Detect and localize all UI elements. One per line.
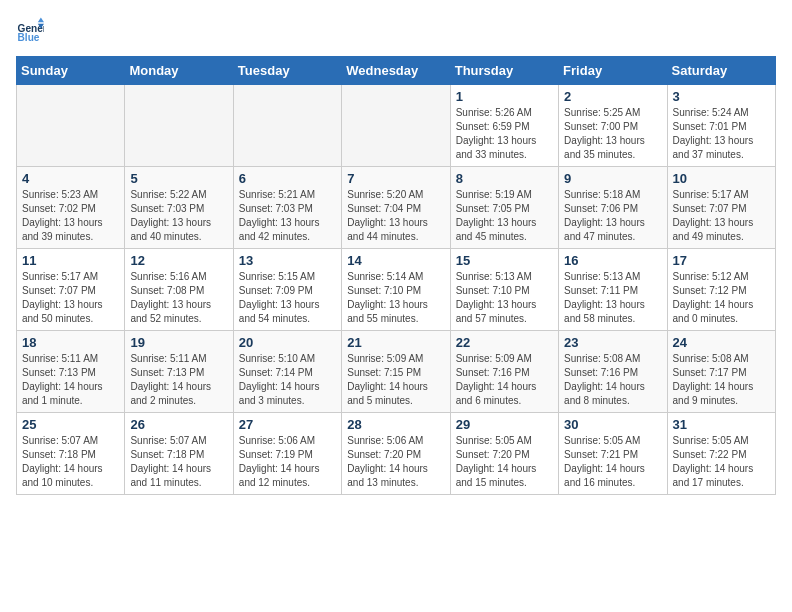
logo-icon: General Blue [16, 16, 44, 44]
calendar-table: SundayMondayTuesdayWednesdayThursdayFrid… [16, 56, 776, 495]
day-number: 24 [673, 335, 770, 350]
calendar-day-cell: 16Sunrise: 5:13 AM Sunset: 7:11 PM Dayli… [559, 249, 667, 331]
calendar-day-cell: 20Sunrise: 5:10 AM Sunset: 7:14 PM Dayli… [233, 331, 341, 413]
calendar-day-cell: 13Sunrise: 5:15 AM Sunset: 7:09 PM Dayli… [233, 249, 341, 331]
weekday-header: Thursday [450, 57, 558, 85]
day-info: Sunrise: 5:20 AM Sunset: 7:04 PM Dayligh… [347, 188, 444, 244]
day-info: Sunrise: 5:24 AM Sunset: 7:01 PM Dayligh… [673, 106, 770, 162]
day-info: Sunrise: 5:15 AM Sunset: 7:09 PM Dayligh… [239, 270, 336, 326]
calendar-week-row: 25Sunrise: 5:07 AM Sunset: 7:18 PM Dayli… [17, 413, 776, 495]
day-info: Sunrise: 5:09 AM Sunset: 7:16 PM Dayligh… [456, 352, 553, 408]
calendar-day-cell: 15Sunrise: 5:13 AM Sunset: 7:10 PM Dayli… [450, 249, 558, 331]
day-info: Sunrise: 5:19 AM Sunset: 7:05 PM Dayligh… [456, 188, 553, 244]
day-info: Sunrise: 5:07 AM Sunset: 7:18 PM Dayligh… [130, 434, 227, 490]
calendar-day-cell: 11Sunrise: 5:17 AM Sunset: 7:07 PM Dayli… [17, 249, 125, 331]
calendar-day-cell: 12Sunrise: 5:16 AM Sunset: 7:08 PM Dayli… [125, 249, 233, 331]
day-number: 14 [347, 253, 444, 268]
day-info: Sunrise: 5:08 AM Sunset: 7:17 PM Dayligh… [673, 352, 770, 408]
calendar-day-cell: 1Sunrise: 5:26 AM Sunset: 6:59 PM Daylig… [450, 85, 558, 167]
calendar-day-cell: 7Sunrise: 5:20 AM Sunset: 7:04 PM Daylig… [342, 167, 450, 249]
calendar-week-row: 18Sunrise: 5:11 AM Sunset: 7:13 PM Dayli… [17, 331, 776, 413]
day-info: Sunrise: 5:05 AM Sunset: 7:21 PM Dayligh… [564, 434, 661, 490]
day-info: Sunrise: 5:22 AM Sunset: 7:03 PM Dayligh… [130, 188, 227, 244]
day-info: Sunrise: 5:23 AM Sunset: 7:02 PM Dayligh… [22, 188, 119, 244]
calendar-day-cell: 8Sunrise: 5:19 AM Sunset: 7:05 PM Daylig… [450, 167, 558, 249]
day-info: Sunrise: 5:09 AM Sunset: 7:15 PM Dayligh… [347, 352, 444, 408]
day-info: Sunrise: 5:18 AM Sunset: 7:06 PM Dayligh… [564, 188, 661, 244]
day-number: 26 [130, 417, 227, 432]
day-number: 8 [456, 171, 553, 186]
weekday-header: Saturday [667, 57, 775, 85]
day-info: Sunrise: 5:21 AM Sunset: 7:03 PM Dayligh… [239, 188, 336, 244]
day-number: 9 [564, 171, 661, 186]
day-number: 13 [239, 253, 336, 268]
calendar-day-cell: 5Sunrise: 5:22 AM Sunset: 7:03 PM Daylig… [125, 167, 233, 249]
day-number: 31 [673, 417, 770, 432]
calendar-day-cell: 17Sunrise: 5:12 AM Sunset: 7:12 PM Dayli… [667, 249, 775, 331]
calendar-day-cell: 30Sunrise: 5:05 AM Sunset: 7:21 PM Dayli… [559, 413, 667, 495]
day-number: 25 [22, 417, 119, 432]
calendar-day-cell [342, 85, 450, 167]
logo: General Blue [16, 16, 48, 44]
day-number: 3 [673, 89, 770, 104]
calendar-week-row: 1Sunrise: 5:26 AM Sunset: 6:59 PM Daylig… [17, 85, 776, 167]
weekday-header: Friday [559, 57, 667, 85]
calendar-day-cell [125, 85, 233, 167]
day-info: Sunrise: 5:13 AM Sunset: 7:10 PM Dayligh… [456, 270, 553, 326]
calendar-day-cell: 6Sunrise: 5:21 AM Sunset: 7:03 PM Daylig… [233, 167, 341, 249]
day-number: 22 [456, 335, 553, 350]
svg-marker-2 [38, 18, 44, 23]
day-info: Sunrise: 5:25 AM Sunset: 7:00 PM Dayligh… [564, 106, 661, 162]
day-number: 27 [239, 417, 336, 432]
calendar-day-cell: 3Sunrise: 5:24 AM Sunset: 7:01 PM Daylig… [667, 85, 775, 167]
calendar-day-cell: 31Sunrise: 5:05 AM Sunset: 7:22 PM Dayli… [667, 413, 775, 495]
day-number: 15 [456, 253, 553, 268]
day-info: Sunrise: 5:17 AM Sunset: 7:07 PM Dayligh… [22, 270, 119, 326]
day-number: 17 [673, 253, 770, 268]
day-number: 4 [22, 171, 119, 186]
day-number: 11 [22, 253, 119, 268]
calendar-day-cell: 22Sunrise: 5:09 AM Sunset: 7:16 PM Dayli… [450, 331, 558, 413]
day-info: Sunrise: 5:05 AM Sunset: 7:22 PM Dayligh… [673, 434, 770, 490]
day-info: Sunrise: 5:08 AM Sunset: 7:16 PM Dayligh… [564, 352, 661, 408]
calendar-day-cell: 28Sunrise: 5:06 AM Sunset: 7:20 PM Dayli… [342, 413, 450, 495]
svg-text:Blue: Blue [18, 32, 40, 43]
day-info: Sunrise: 5:11 AM Sunset: 7:13 PM Dayligh… [22, 352, 119, 408]
weekday-header: Tuesday [233, 57, 341, 85]
calendar-day-cell [233, 85, 341, 167]
calendar-day-cell: 29Sunrise: 5:05 AM Sunset: 7:20 PM Dayli… [450, 413, 558, 495]
day-number: 16 [564, 253, 661, 268]
calendar-day-cell: 2Sunrise: 5:25 AM Sunset: 7:00 PM Daylig… [559, 85, 667, 167]
day-number: 2 [564, 89, 661, 104]
calendar-day-cell: 23Sunrise: 5:08 AM Sunset: 7:16 PM Dayli… [559, 331, 667, 413]
day-number: 28 [347, 417, 444, 432]
day-info: Sunrise: 5:17 AM Sunset: 7:07 PM Dayligh… [673, 188, 770, 244]
day-number: 29 [456, 417, 553, 432]
calendar-day-cell: 25Sunrise: 5:07 AM Sunset: 7:18 PM Dayli… [17, 413, 125, 495]
weekday-header: Wednesday [342, 57, 450, 85]
day-info: Sunrise: 5:12 AM Sunset: 7:12 PM Dayligh… [673, 270, 770, 326]
calendar-day-cell: 21Sunrise: 5:09 AM Sunset: 7:15 PM Dayli… [342, 331, 450, 413]
day-number: 12 [130, 253, 227, 268]
calendar-day-cell: 19Sunrise: 5:11 AM Sunset: 7:13 PM Dayli… [125, 331, 233, 413]
day-info: Sunrise: 5:11 AM Sunset: 7:13 PM Dayligh… [130, 352, 227, 408]
page-header: General Blue [16, 16, 776, 44]
calendar-day-cell: 10Sunrise: 5:17 AM Sunset: 7:07 PM Dayli… [667, 167, 775, 249]
calendar-day-cell [17, 85, 125, 167]
day-number: 6 [239, 171, 336, 186]
calendar-day-cell: 27Sunrise: 5:06 AM Sunset: 7:19 PM Dayli… [233, 413, 341, 495]
day-info: Sunrise: 5:26 AM Sunset: 6:59 PM Dayligh… [456, 106, 553, 162]
day-info: Sunrise: 5:16 AM Sunset: 7:08 PM Dayligh… [130, 270, 227, 326]
day-info: Sunrise: 5:06 AM Sunset: 7:19 PM Dayligh… [239, 434, 336, 490]
calendar-day-cell: 4Sunrise: 5:23 AM Sunset: 7:02 PM Daylig… [17, 167, 125, 249]
calendar-day-cell: 26Sunrise: 5:07 AM Sunset: 7:18 PM Dayli… [125, 413, 233, 495]
day-info: Sunrise: 5:07 AM Sunset: 7:18 PM Dayligh… [22, 434, 119, 490]
day-number: 21 [347, 335, 444, 350]
calendar-day-cell: 24Sunrise: 5:08 AM Sunset: 7:17 PM Dayli… [667, 331, 775, 413]
day-number: 20 [239, 335, 336, 350]
day-number: 18 [22, 335, 119, 350]
calendar-week-row: 11Sunrise: 5:17 AM Sunset: 7:07 PM Dayli… [17, 249, 776, 331]
calendar-week-row: 4Sunrise: 5:23 AM Sunset: 7:02 PM Daylig… [17, 167, 776, 249]
calendar-day-cell: 9Sunrise: 5:18 AM Sunset: 7:06 PM Daylig… [559, 167, 667, 249]
calendar-header-row: SundayMondayTuesdayWednesdayThursdayFrid… [17, 57, 776, 85]
